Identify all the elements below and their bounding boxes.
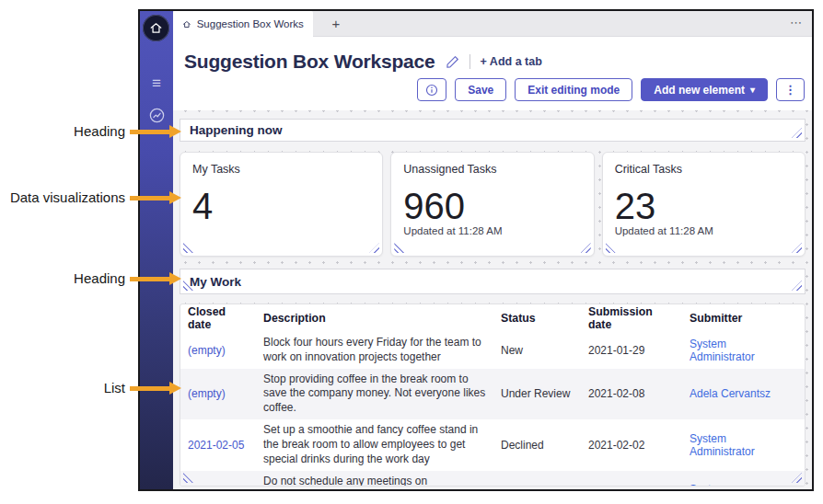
home-icon[interactable] xyxy=(143,15,169,41)
annotation-label-heading-1: Heading xyxy=(74,124,125,139)
list-icon[interactable]: ≡ xyxy=(140,75,173,91)
data-visualizations-row: My Tasks 4 Unassigned Tasks 960 Updated … xyxy=(180,152,806,257)
card-value: 960 xyxy=(403,188,581,224)
page-header: Suggestion Box Workspace + Add a tab xyxy=(173,37,812,110)
cell-description: Do not schedule any meetings on Wednesda… xyxy=(263,471,501,487)
resize-handle[interactable] xyxy=(606,243,616,253)
cell-closed-date[interactable]: (empty) xyxy=(188,387,263,400)
card-updated: Updated at 11:28 AM xyxy=(403,225,502,236)
card-title: Unassigned Tasks xyxy=(403,163,581,176)
column-header-submission-date: Submission date xyxy=(588,305,690,331)
annotation-label-heading-2: Heading xyxy=(74,271,125,286)
info-button[interactable] xyxy=(417,78,446,101)
cell-submitter[interactable]: Adela Cervantsz xyxy=(690,387,805,400)
cell-submission-date: 2021-02-08 xyxy=(588,387,690,400)
annotation-arrow-heading-2 xyxy=(130,277,169,281)
tab-suggestion-box-workspace[interactable]: Suggestion Box Worksp... xyxy=(173,11,313,37)
annotation-arrow-list xyxy=(130,386,169,391)
column-header-status: Status xyxy=(501,312,588,325)
column-header-description: Description xyxy=(263,312,501,325)
list-element-my-work[interactable]: Closed date Description Status Submissio… xyxy=(180,304,806,487)
cell-submission-date: 2021-02-02 xyxy=(588,439,690,452)
cell-description: Stop providing coffee in the break room … xyxy=(263,369,501,419)
info-icon xyxy=(425,84,438,97)
screenshot-canvas: Heading Data visualizations Heading List… xyxy=(0,0,823,504)
save-button[interactable]: Save xyxy=(455,78,506,101)
new-tab-button[interactable]: + xyxy=(323,11,349,37)
edit-title-button[interactable] xyxy=(446,55,459,69)
edit-canvas: Happening now My Tasks 4 Unassigned Task… xyxy=(173,110,812,489)
cell-description: Set up a smoothie and fancy coffee stand… xyxy=(263,419,501,470)
table-row: 2021-02-05 Set up a smoothie and fancy c… xyxy=(180,419,805,470)
card-title: Critical Tasks xyxy=(615,163,793,176)
cell-status: New xyxy=(501,344,588,357)
exit-editing-mode-button[interactable]: Exit editing mode xyxy=(515,78,632,101)
cell-submitter[interactable]: System Administrator xyxy=(690,483,805,487)
annotation-arrow-data-visualizations xyxy=(130,196,169,200)
insights-icon[interactable] xyxy=(140,107,173,128)
cell-closed-date[interactable]: (empty) xyxy=(188,344,263,357)
card-critical-tasks[interactable]: Critical Tasks 23 Updated at 11:28 AM xyxy=(602,152,806,257)
cell-status: Under Review xyxy=(501,387,588,400)
cell-description: Block four hours every Friday for the te… xyxy=(263,332,501,369)
heading-element-happening-now[interactable]: Happening now xyxy=(180,119,806,142)
resize-handle[interactable] xyxy=(394,243,404,253)
card-my-tasks[interactable]: My Tasks 4 xyxy=(180,152,383,257)
card-value: 23 xyxy=(615,188,793,224)
resize-handle[interactable] xyxy=(581,243,591,253)
table-row: (empty) Block four hours every Friday fo… xyxy=(180,332,805,369)
cell-closed-date[interactable]: 2021-02-05 xyxy=(188,439,263,452)
card-title: My Tasks xyxy=(192,163,370,176)
resize-handle[interactable] xyxy=(792,243,802,253)
cell-submission-date: 2021-01-29 xyxy=(588,344,690,357)
column-header-closed-date: Closed date xyxy=(188,305,263,331)
tab-home-icon xyxy=(182,19,191,29)
page-title: Suggestion Box Workspace xyxy=(184,51,435,73)
cell-status: Declined xyxy=(501,439,588,452)
cell-submitter[interactable]: System Administrator xyxy=(690,432,805,458)
annotation-arrow-heading-1 xyxy=(130,130,169,134)
tab-title: Suggestion Box Worksp... xyxy=(197,18,304,29)
table-row: (empty) Stop providing coffee in the bre… xyxy=(180,369,805,419)
annotation-label-list: List xyxy=(104,381,125,395)
heading-text: Happening now xyxy=(190,123,283,137)
heading-text: My Work xyxy=(190,275,241,289)
insights-icon-glyph xyxy=(148,107,166,124)
tab-overflow-button[interactable]: ⋯ xyxy=(790,11,803,37)
home-icon-glyph xyxy=(149,21,163,35)
table-row: (empty) Do not schedule any meetings on … xyxy=(180,471,805,487)
kebab-icon: ⋮ xyxy=(784,83,796,97)
resize-handle[interactable] xyxy=(792,281,802,291)
cell-submitter[interactable]: System Administrator xyxy=(690,338,805,363)
more-options-button[interactable]: ⋮ xyxy=(776,78,805,101)
toolbar: Save Exit editing mode Add new element ▾… xyxy=(417,78,805,101)
title-divider xyxy=(469,54,470,69)
heading-element-my-work[interactable]: My Work xyxy=(180,269,806,294)
resize-handle[interactable] xyxy=(792,128,802,138)
chevron-down-icon: ▾ xyxy=(750,86,755,95)
tab-bar: Suggestion Box Worksp... + ⋯ xyxy=(173,11,812,37)
add-new-element-button[interactable]: Add new element ▾ xyxy=(641,78,768,101)
column-header-submitter: Submitter xyxy=(690,312,805,325)
add-a-tab-link[interactable]: + Add a tab xyxy=(481,55,542,68)
table-header-row: Closed date Description Status Submissio… xyxy=(180,304,805,332)
card-unassigned-tasks[interactable]: Unassigned Tasks 960 Updated at 11:28 AM xyxy=(390,152,594,257)
resize-handle[interactable] xyxy=(369,243,379,253)
card-updated: Updated at 11:28 AM xyxy=(615,225,713,236)
app-sidebar: ≡ xyxy=(140,11,173,489)
add-new-element-label: Add new element xyxy=(654,84,745,97)
annotation-label-data-visualizations: Data visualizations xyxy=(10,190,125,205)
resize-handle[interactable] xyxy=(183,243,193,253)
pencil-icon xyxy=(446,55,459,69)
card-value: 4 xyxy=(192,188,370,224)
title-row: Suggestion Box Workspace + Add a tab xyxy=(184,51,542,73)
app-window: ≡ Suggestion Box Worksp... + ⋯ xyxy=(138,9,814,491)
